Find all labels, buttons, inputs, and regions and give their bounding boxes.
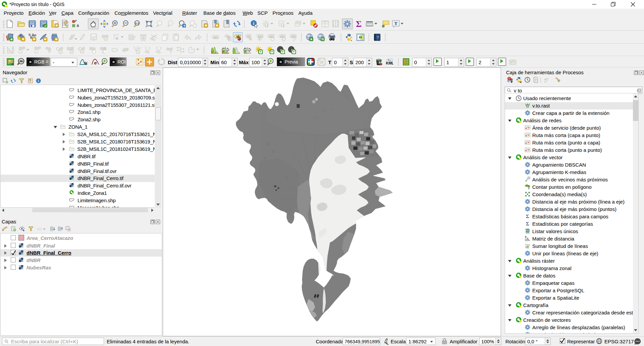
svg-text:Σ: Σ xyxy=(356,20,362,28)
svg-text:σ: σ xyxy=(94,60,97,66)
svg-text:i: i xyxy=(38,79,39,83)
svg-text:Σ: Σ xyxy=(526,214,529,219)
svg-text:i: i xyxy=(253,21,254,26)
svg-text:1:1: 1:1 xyxy=(135,22,139,25)
svg-text:ε: ε xyxy=(37,227,39,230)
svg-text:a: a xyxy=(77,23,79,28)
svg-text:T: T xyxy=(394,21,397,26)
svg-text:2: 2 xyxy=(528,187,530,190)
svg-text:Σ: Σ xyxy=(526,221,529,226)
svg-text:ab: ab xyxy=(247,35,250,38)
svg-text:?: ? xyxy=(377,35,379,40)
svg-text:%: % xyxy=(84,61,87,66)
svg-text:KML: KML xyxy=(386,61,393,65)
